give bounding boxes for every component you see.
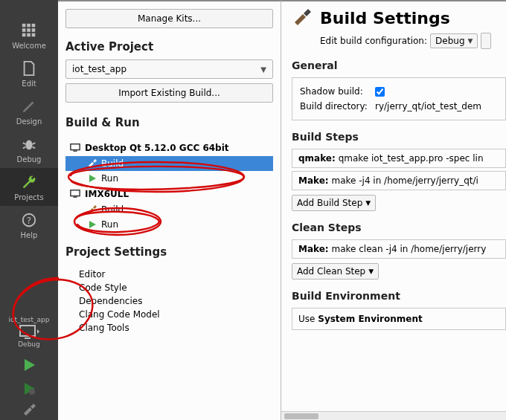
chevron-down-icon: ▼ [260,65,266,74]
kit-project-label: iot_test_app [7,316,51,324]
nav-welcome-label: Welcome [12,42,46,50]
kit-desktop[interactable]: Desktop Qt 5.12.0 GCC 64bit [65,140,273,156]
nav-edit[interactable]: Edit [0,54,58,92]
kit-desktop-run[interactable]: Run [65,171,273,186]
svg-rect-17 [25,337,31,339]
nav-edit-label: Edit [22,80,36,88]
add-clean-step-label: Add Clean Step [297,266,365,277]
help-icon: ? [21,212,37,228]
svg-line-13 [33,147,36,149]
kit-desktop-build-label: Build [101,158,124,169]
make-step[interactable]: Make: make -j4 in /home/jerry/jerry_qt/i [292,171,506,190]
nav-debug-label: Debug [17,155,42,164]
page-title: Build Settings [320,9,450,28]
settings-clang-model[interactable]: Clang Code Model [79,308,273,321]
document-icon [21,60,37,77]
qmake-label: qmake: [298,153,336,164]
kit-imx6ull-build[interactable]: Build [65,202,273,217]
nav-help[interactable]: ? Help [0,206,58,244]
build-steps-title: Build Steps [292,131,506,143]
qmake-step[interactable]: qmake: qmake iot_test_app.pro -spec lin [292,149,506,168]
active-project-title: Active Project [65,40,273,54]
settings-editor[interactable]: Editor [79,268,273,281]
config-extra-button[interactable] [481,33,491,49]
manage-kits-button[interactable]: Manage Kits... [65,9,273,28]
make-value: make -j4 in /home/jerry/jerry_qt/i [331,175,478,186]
project-settings-list: Editor Code Style Dependencies Clang Cod… [79,268,273,335]
nav-design[interactable]: Design [0,92,58,130]
kit-desktop-label: Desktop Qt 5.12.0 GCC 64bit [85,143,229,153]
svg-rect-5 [32,28,36,32]
svg-rect-20 [73,151,77,152]
svg-rect-22 [73,197,77,198]
monitor-icon [70,189,80,199]
clean-make-step[interactable]: Make: make clean -j4 in /home/jerry/jerr… [292,239,506,259]
clean-make-value: make clean -j4 in /home/jerry/jerry [331,244,486,254]
nav-help-label: Help [21,231,38,239]
hammer-icon [88,205,97,214]
nav-projects[interactable]: Projects [0,168,58,206]
import-build-button[interactable]: Import Existing Build... [65,83,273,103]
kit-imx6ull-run-label: Run [101,219,118,230]
run-debug-button[interactable] [0,377,58,401]
build-env-box[interactable]: Use System Environment [292,308,506,330]
play-icon [88,174,97,183]
svg-rect-21 [71,190,80,196]
add-build-step-button[interactable]: Add Build Step ▼ [292,195,376,211]
make-label: Make: [298,175,329,186]
scrollbar-thumb[interactable] [284,413,318,419]
monitor-icon [70,143,80,153]
env-use-label: Use [298,314,318,324]
bug-icon [21,136,37,152]
shadow-build-label: Shadow build: [300,86,371,97]
svg-rect-2 [32,24,36,28]
wrench-icon [21,174,37,190]
nav-projects-label: Projects [14,193,43,201]
settings-clang-tools[interactable]: Clang Tools [79,321,273,335]
active-project-value: iot_test_app [72,64,126,74]
env-value: System Environment [318,314,422,324]
nav-debug[interactable]: Debug [0,130,58,168]
kit-desktop-run-label: Run [101,173,118,184]
build-dir-value: ry/jerry_qt/iot_test_dem [375,101,481,112]
general-title: General [292,59,506,71]
active-project-combo[interactable]: iot_test_app ▼ [65,59,273,79]
svg-rect-1 [27,24,31,28]
svg-point-9 [25,140,32,150]
svg-line-10 [23,143,26,144]
svg-point-18 [29,389,35,395]
svg-text:?: ? [27,216,31,226]
kit-desktop-build[interactable]: Build [65,156,273,171]
hammer-icon [292,7,313,28]
add-clean-step-button[interactable]: Add Clean Step ▼ [292,263,379,280]
hammer-icon [22,403,36,418]
svg-rect-0 [22,24,26,28]
chevron-down-icon: ▼ [468,37,473,45]
settings-code-style[interactable]: Code Style [79,281,273,294]
build-config-value: Debug [435,36,464,46]
add-build-step-label: Add Build Step [297,198,362,208]
play-icon [22,358,36,372]
nav-welcome[interactable]: Welcome [0,16,58,54]
grid-icon [21,22,37,39]
svg-rect-7 [27,33,31,37]
run-button[interactable] [0,353,58,377]
project-settings-title: Project Settings [65,245,273,259]
svg-line-11 [33,143,36,144]
shadow-build-checkbox[interactable] [375,87,385,97]
kit-imx6ull[interactable]: IMX6ULL [65,186,273,202]
pencil-icon [21,98,37,114]
nav-design-label: Design [16,117,42,126]
kit-imx6ull-run[interactable]: Run [65,217,273,232]
qmake-value: qmake iot_test_app.pro -spec lin [339,153,484,164]
build-button[interactable] [0,401,58,420]
chevron-down-icon: ▼ [368,268,374,275]
build-dir-label: Build directory: [300,101,371,112]
clean-steps-title: Clean Steps [292,222,506,233]
settings-dependencies[interactable]: Dependencies [79,294,273,308]
kit-selector[interactable]: iot_test_app Debug [0,311,58,353]
build-run-title: Build & Run [65,116,273,129]
horizontal-scrollbar[interactable] [281,411,506,420]
build-config-combo[interactable]: Debug ▼ [430,33,478,48]
svg-rect-3 [22,28,26,32]
